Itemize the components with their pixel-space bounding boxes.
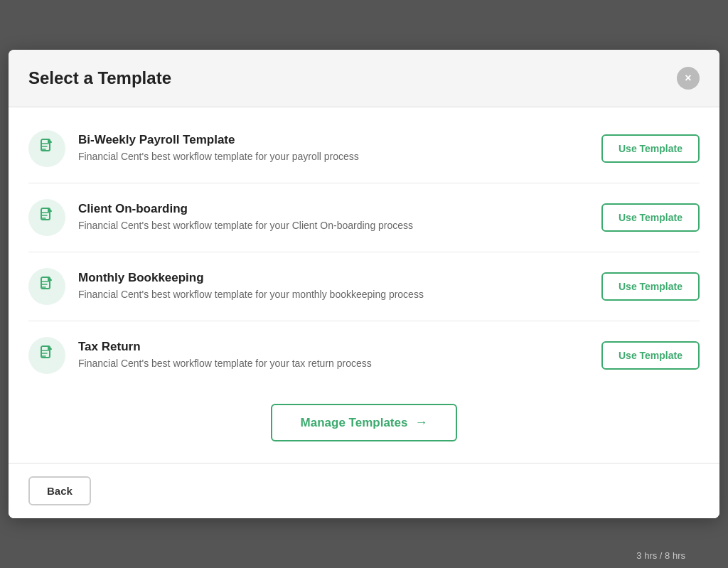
template-description: Financial Cent's best workflow template … — [78, 288, 589, 302]
template-item: Bi-Weekly Payroll Template Financial Cen… — [28, 114, 700, 183]
template-info: Client On-boarding Financial Cent's best… — [78, 202, 589, 233]
template-info: Tax Return Financial Cent's best workflo… — [78, 340, 589, 371]
template-info: Bi-Weekly Payroll Template Financial Cen… — [78, 133, 589, 164]
back-button[interactable]: Back — [28, 476, 91, 505]
template-list: Bi-Weekly Payroll Template Financial Cen… — [28, 114, 700, 390]
template-name: Bi-Weekly Payroll Template — [78, 133, 589, 147]
modal: Select a Template × Bi-Weekly Payr — [9, 50, 719, 518]
close-button[interactable]: × — [677, 67, 700, 90]
template-icon-wrap — [28, 337, 65, 374]
manage-templates-button[interactable]: Manage Templates → — [271, 404, 458, 441]
use-template-button[interactable]: Use Template — [601, 134, 700, 163]
template-icon-wrap — [28, 130, 65, 167]
document-icon — [38, 207, 55, 228]
use-template-button[interactable]: Use Template — [601, 203, 700, 232]
overlay: Select a Template × Bi-Weekly Payr — [0, 0, 728, 568]
bottom-hint: 3 hrs / 8 hrs — [636, 550, 685, 561]
modal-title: Select a Template — [28, 68, 171, 88]
document-icon — [38, 276, 55, 297]
arrow-right-icon: → — [414, 415, 427, 430]
use-template-button[interactable]: Use Template — [601, 272, 700, 301]
manage-templates-label: Manage Templates — [301, 416, 408, 430]
template-name: Client On-boarding — [78, 202, 589, 216]
template-item: Client On-boarding Financial Cent's best… — [28, 183, 700, 252]
modal-header: Select a Template × — [9, 50, 719, 107]
modal-footer: Back — [9, 463, 719, 518]
manage-templates-wrap: Manage Templates → — [28, 390, 700, 449]
document-icon — [38, 345, 55, 366]
document-icon — [38, 138, 55, 159]
template-description: Financial Cent's best workflow template … — [78, 357, 589, 371]
template-item: Monthly Bookkeeping Financial Cent's bes… — [28, 252, 700, 321]
template-description: Financial Cent's best workflow template … — [78, 150, 589, 164]
template-item: Tax Return Financial Cent's best workflo… — [28, 321, 700, 390]
template-icon-wrap — [28, 268, 65, 305]
use-template-button[interactable]: Use Template — [601, 341, 700, 370]
template-name: Tax Return — [78, 340, 589, 354]
modal-body: Bi-Weekly Payroll Template Financial Cen… — [9, 107, 719, 463]
template-icon-wrap — [28, 199, 65, 236]
template-info: Monthly Bookkeeping Financial Cent's bes… — [78, 271, 589, 302]
template-name: Monthly Bookkeeping — [78, 271, 589, 285]
template-description: Financial Cent's best workflow template … — [78, 219, 589, 233]
